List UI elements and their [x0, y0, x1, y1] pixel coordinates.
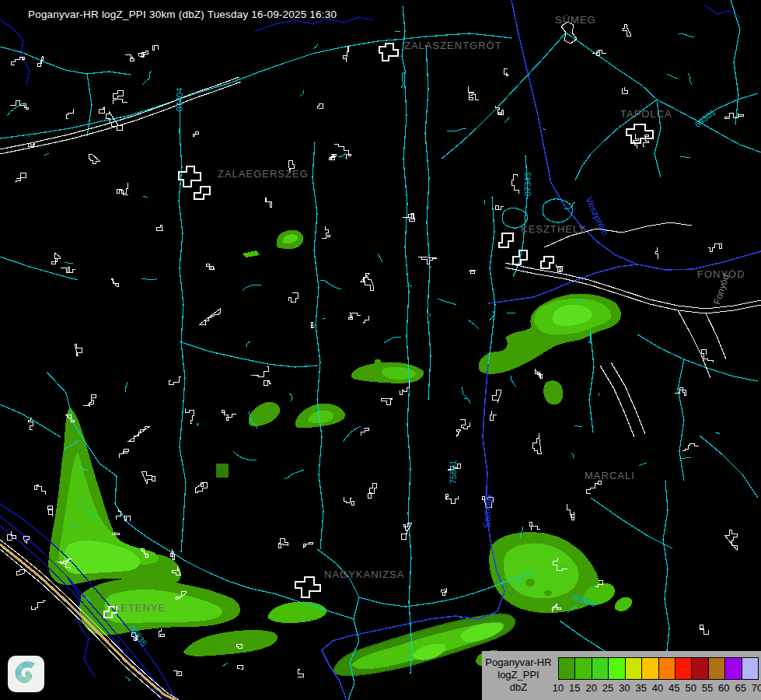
road-label: 07343	[523, 173, 532, 197]
legend-color-cell	[642, 658, 658, 679]
legend-color-cell	[742, 658, 758, 679]
road-label: 07404	[175, 88, 184, 112]
radar-product-view: Poganyvar-HR logZ_PPI 30km (dbZ) Tuesday…	[0, 0, 761, 700]
legend-color-cell	[609, 658, 625, 679]
city-label: TAPOLCA	[620, 108, 672, 120]
city-label: KESZTHELY	[521, 223, 586, 235]
road-label: Somogy	[482, 494, 493, 528]
legend-title: Poganyvar-HR logZ_PPI dbZ	[482, 651, 555, 700]
legend-tick: 45	[668, 682, 679, 694]
legend-color-cell	[709, 658, 725, 679]
legend-station-name: Poganyvar-HR	[482, 656, 555, 669]
city-label: LETENYE	[114, 602, 166, 614]
legend-color-cell	[692, 658, 708, 679]
road-label: 75831	[449, 460, 458, 485]
legend-colorbar	[558, 657, 759, 680]
city-label: ZALASZENTGRÓT	[404, 40, 502, 51]
legend-tick: 55	[702, 682, 713, 694]
legend-tick: 25	[602, 682, 613, 694]
legend-tick: 50	[685, 682, 696, 694]
legend-color-cell	[592, 658, 609, 679]
city-label: MARCALI	[585, 470, 635, 481]
legend-color-cell	[659, 658, 675, 679]
legend-color-cell	[559, 658, 575, 679]
legend-tick: 20	[585, 682, 596, 694]
legend-unit: dbZ	[482, 681, 555, 694]
city-label: SÜMEG	[555, 14, 596, 26]
city-label: ZALAEGERSZEG	[218, 168, 309, 180]
legend: Poganyvar-HR logZ_PPI dbZ 10152025303540…	[482, 651, 761, 700]
spiral-icon	[8, 656, 44, 692]
legend-tick: 65	[735, 682, 745, 694]
legend-product-name: logZ_PPI	[482, 669, 555, 681]
met-logo	[8, 656, 44, 692]
legend-tick: 10	[553, 682, 564, 694]
legend-tick: 60	[718, 682, 729, 694]
legend-color-cell	[626, 658, 642, 679]
legend-scale: 10152025303540455055606570	[555, 651, 761, 700]
city-label: NAGYKANIZSA	[324, 569, 404, 580]
product-title: Poganyvar-HR logZ_PPI 30km (dbZ) Tuesday…	[28, 9, 337, 20]
legend-tick-labels: 10152025303540455055606570	[558, 682, 757, 695]
legend-tick: 70	[752, 682, 761, 694]
legend-tick: 15	[569, 682, 580, 694]
legend-color-cell	[725, 658, 742, 679]
legend-color-cell	[575, 658, 592, 679]
legend-tick: 30	[619, 682, 630, 694]
legend-tick: 35	[635, 682, 646, 694]
legend-color-cell	[675, 658, 692, 679]
radar-map-canvas	[0, 0, 761, 700]
legend-tick: 40	[652, 682, 663, 694]
